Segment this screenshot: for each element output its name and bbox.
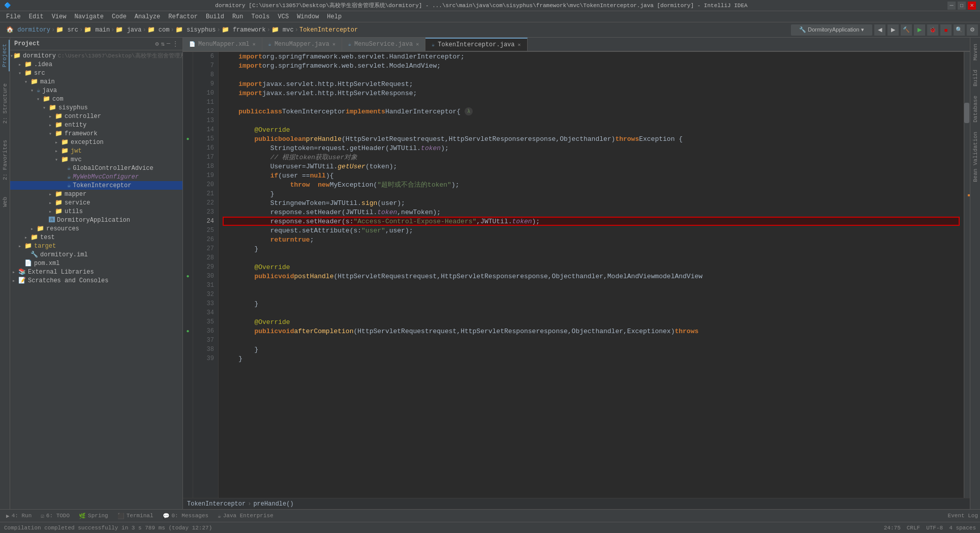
code-line-20[interactable]: throw new MyException("超时或不合法的token"); <box>223 180 960 189</box>
tree-item-java[interactable]: ▾ ☕ java <box>10 86 182 95</box>
close-tab-icon[interactable]: ✕ <box>518 42 521 48</box>
code-line-37[interactable] <box>223 336 960 345</box>
ln-7[interactable]: 7 <box>193 61 218 70</box>
scrollbar-vertical[interactable] <box>964 52 970 498</box>
ln-33[interactable]: 33 <box>193 299 218 308</box>
code-content[interactable]: import org.springframework.web.servlet.H… <box>219 52 964 498</box>
ln-27[interactable]: 27 <box>193 244 218 253</box>
tree-item-idea[interactable]: ▸ 📁 .idea <box>10 60 182 69</box>
code-line-13[interactable] <box>223 116 960 125</box>
code-line-39[interactable]: } <box>223 354 960 363</box>
bc-dormitory[interactable]: 🏠 dormitory <box>6 26 50 34</box>
bottom-tab-java-enterprise[interactable]: ☕ Java Enterprise <box>213 512 278 520</box>
sidebar-tab-structure[interactable]: 2: Structure <box>1 79 9 128</box>
menu-file[interactable]: File <box>2 12 25 21</box>
stop-button[interactable]: ■ <box>940 24 952 36</box>
cursor-position[interactable]: 24:75 <box>884 525 901 531</box>
code-line-24[interactable]: response.setHeader( s: "Access-Control-E… <box>223 217 960 226</box>
ln-37[interactable]: 37 <box>193 336 218 345</box>
tree-item-com[interactable]: ▾ 📁 com <box>10 95 182 103</box>
tree-item-ext-libs[interactable]: ▸ 📚 External Libraries <box>10 268 182 276</box>
code-line-30[interactable]: public void postHandle(HttpServletReques… <box>223 272 960 281</box>
tree-item-pom[interactable]: 📄 pom.xml <box>10 259 182 268</box>
ln-14[interactable]: 14 <box>193 125 218 134</box>
bc-main[interactable]: 📁 main <box>84 26 110 34</box>
sidebar-tab-web[interactable]: Web <box>1 193 9 211</box>
code-line-21[interactable]: } <box>223 189 960 198</box>
bottom-tab-terminal[interactable]: ⬛ Terminal <box>113 512 158 520</box>
ln-29[interactable]: 29 <box>193 262 218 272</box>
sidebar-bean-validation[interactable]: Bean Validation <box>971 128 979 186</box>
tree-item-test[interactable]: ▸ 📁 test <box>10 233 182 242</box>
code-line-33[interactable]: } <box>223 299 960 308</box>
code-line-23[interactable]: response.setHeader(JWTUtil.token,newToke… <box>223 208 960 217</box>
bc-mvc[interactable]: 📁 mvc <box>271 26 294 34</box>
bottom-tab-messages[interactable]: 💬 0: Messages <box>159 512 213 520</box>
ln-32[interactable]: 32 <box>193 290 218 299</box>
code-line-26[interactable]: return true; <box>223 235 960 244</box>
ln-26[interactable]: 26 <box>193 235 218 244</box>
ln-6[interactable]: 6 <box>193 52 218 61</box>
bc-sisyphus[interactable]: 📁 sisyphus <box>175 26 216 34</box>
code-line-32[interactable] <box>223 290 960 299</box>
ln-22[interactable]: 22 <box>193 198 218 208</box>
forward-button[interactable]: ▶ <box>887 24 899 36</box>
code-line-8[interactable] <box>223 70 960 79</box>
code-line-34[interactable] <box>223 308 960 317</box>
menu-help[interactable]: Help <box>323 12 346 21</box>
ln-21[interactable]: 21 <box>193 189 218 198</box>
close-tab-icon[interactable]: ✕ <box>253 41 256 47</box>
ln-11[interactable]: 11 <box>193 98 218 107</box>
close-tab-icon[interactable]: ✕ <box>416 41 419 47</box>
code-line-25[interactable]: request.setAttribute( s: "user",user); <box>223 226 960 235</box>
menu-tools[interactable]: Tools <box>248 12 274 21</box>
menu-build[interactable]: Build <box>202 12 228 21</box>
lambda-hint[interactable]: λ <box>465 107 473 115</box>
gutter-30[interactable]: ● <box>183 272 193 281</box>
ln-12[interactable]: 12 <box>193 107 218 116</box>
ln-31[interactable]: 31 <box>193 281 218 290</box>
ln-19[interactable]: 19 <box>193 171 218 180</box>
ln-16[interactable]: 16 <box>193 143 218 153</box>
tree-item-sisyphus[interactable]: ▾ 📁 sisyphus <box>10 103 182 112</box>
code-line-17[interactable]: // 根据token获取user对象 <box>223 153 960 162</box>
tree-item-jwt[interactable]: ▸ 📁 jwt <box>10 146 182 155</box>
ln-30[interactable]: 30 <box>193 272 218 281</box>
code-line-35[interactable]: @Override <box>223 317 960 327</box>
menu-edit[interactable]: Edit <box>25 12 48 21</box>
menu-code[interactable]: Code <box>108 12 131 21</box>
menu-window[interactable]: Window <box>293 12 323 21</box>
breadcrumb-method[interactable]: preHandle() <box>253 500 293 508</box>
gutter-36[interactable]: ● <box>183 327 193 336</box>
tree-item-controller[interactable]: ▸ 📁 controller <box>10 112 182 121</box>
tree-item-global-ctrl[interactable]: ☕ GlobalControllerAdvice <box>10 164 182 172</box>
menu-run[interactable]: Run <box>228 12 248 21</box>
ln-18[interactable]: 18 <box>193 162 218 171</box>
tree-item-framework[interactable]: ▾ 📁 framework <box>10 129 182 138</box>
minimize-button[interactable]: ─ <box>947 2 956 10</box>
code-line-18[interactable]: User user = JWTUtil.getUser(token); <box>223 162 960 171</box>
ln-24[interactable]: 24 <box>193 217 218 226</box>
tree-item-exception[interactable]: ▸ 📁 exception <box>10 138 182 146</box>
code-line-28[interactable] <box>223 253 960 262</box>
tree-item-target[interactable]: ▸ 📁 target <box>10 242 182 250</box>
sidebar-build[interactable]: Build <box>971 66 979 91</box>
ln-10[interactable]: 10 <box>193 88 218 98</box>
code-line-6[interactable]: import org.springframework.web.servlet.H… <box>223 52 960 61</box>
debug-button[interactable]: 🐞 <box>927 24 938 36</box>
ln-8[interactable]: 8 <box>193 70 218 79</box>
sort-icon[interactable]: ⇅ <box>161 40 165 48</box>
tree-item-mvc-configurer[interactable]: ☕ MyWebMvcConfigurer <box>10 172 182 181</box>
tree-item-service[interactable]: ▸ 📁 service <box>10 198 182 207</box>
code-line-7[interactable]: import org.springframework.web.servlet.M… <box>223 61 960 70</box>
tree-item-dormitory-app[interactable]: 🅰 DormitoryApplication <box>10 216 182 224</box>
bc-tokeninterceptor[interactable]: TokenInterceptor <box>299 26 358 34</box>
code-line-38[interactable]: } <box>223 345 960 354</box>
tree-item-resources[interactable]: ▸ 📁 resources <box>10 224 182 233</box>
gear-icon[interactable]: ⚙ <box>155 40 159 48</box>
tree-item-entity[interactable]: ▸ 📁 entity <box>10 121 182 129</box>
code-line-12[interactable]: public class TokenInterceptor implements… <box>223 107 960 116</box>
tree-item-iml[interactable]: 🔧 dormitory.iml <box>10 250 182 259</box>
scrollbar-thumb[interactable] <box>964 103 969 123</box>
tab-menuservice-java[interactable]: ☕ MenuService.java ✕ <box>342 38 425 51</box>
